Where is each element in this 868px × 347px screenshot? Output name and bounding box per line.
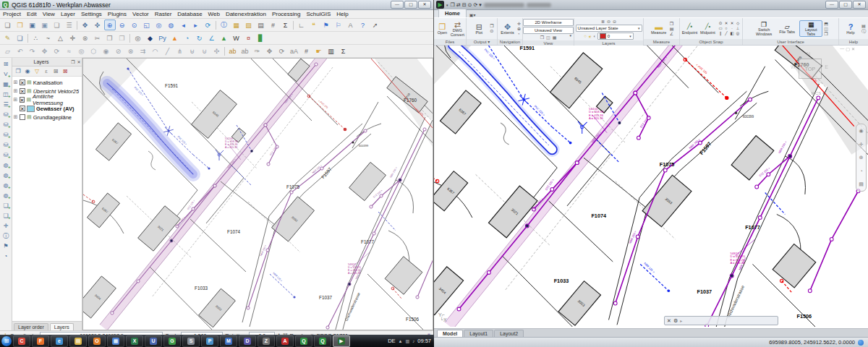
taskbar-dwg-trueview[interactable]: ▶ [333,335,350,347]
add-polygon-feature-icon[interactable]: △ [55,33,67,43]
tab-model[interactable]: Model [437,330,463,337]
georeferencer-tool-icon[interactable]: ◔ [1,251,11,261]
layers-mini-icons[interactable]: ≣⊜⊝ [601,19,616,24]
trueview-drawing-canvas[interactable]: 6545654263676367302130933003340460039951… [434,46,868,328]
add-vector-layer-icon[interactable]: V+ [1,69,11,79]
sun-icon[interactable]: ☀ [588,34,592,39]
layer-item[interactable]: ✕Gewässer (AV) [13,104,82,113]
rotate-feature-icon[interactable]: ⟳ [51,46,63,56]
zoom-last-icon[interactable]: ◂ [178,20,190,30]
ribbon-options-icon[interactable]: ▣▾ [469,12,476,17]
taskbar-media-player[interactable]: M [220,335,237,347]
redo-icon[interactable]: ↷ [27,46,38,56]
menu-processing[interactable]: Processing [269,11,304,17]
merge-attributes-icon[interactable]: ⊍ [199,46,210,56]
taskbar-app-window[interactable]: ▦ [107,335,124,347]
vertex-tool-icon[interactable]: ✛ [67,33,79,43]
taskbar-qgis-desktop[interactable]: Q [295,335,312,347]
expander-icon[interactable]: ⊞ [13,80,18,85]
layout-tabs-button[interactable]: ▦ Layout Tabs [799,20,822,37]
taskbar-openoffice[interactable]: O [88,335,106,347]
add-spatialite-layer-icon[interactable]: ⛁+ [1,119,11,129]
clock[interactable]: 09:57 [417,338,431,344]
panel-tab-layers[interactable]: Layers [50,323,74,330]
layout-manager-icon[interactable]: ☰ [64,20,75,30]
reshape-features-icon[interactable]: ◠ [150,46,161,56]
add-virtual-layer-icon[interactable]: ⛁+ [1,150,11,160]
rotate-label-icon[interactable]: ⟳ [276,46,288,56]
layer-checkbox[interactable]: ✕ [20,106,25,111]
chart-plugin-icon[interactable]: ▊ [255,33,267,43]
showmotion-icon[interactable]: ▤ [859,181,864,187]
volume-icon[interactable]: ♪ [412,339,414,343]
quickmap-services-icon[interactable]: ◆ [145,33,156,43]
close-button[interactable]: ✕ [418,1,431,9]
layout-columns-icon[interactable]: ▥ [326,46,337,56]
menu-database[interactable]: Database [174,11,205,17]
split-parts-icon[interactable]: ⋔ [174,46,186,56]
zoom-next-icon[interactable]: ▸ [190,20,202,30]
open-button[interactable]: ❒ Open [435,22,449,35]
navwheel-icon[interactable]: ◉ [859,128,863,134]
endpoint-snap-button[interactable]: ╱▪ Endpoint [681,22,698,35]
new-geopackage-layer-icon[interactable]: ❏+ [1,200,11,210]
add-point-feature-icon[interactable]: ∴ [30,33,42,43]
taskbar-photo-viewer[interactable]: P [201,335,218,347]
delete-selected-icon[interactable]: ⊗ [80,33,91,43]
new-print-layout-icon[interactable]: ❏ [51,20,63,30]
add-wms-layer-icon[interactable]: ◍+ [1,160,11,170]
close-command-icon[interactable]: ✕ [667,318,671,324]
zoom-in-icon[interactable]: ⊕ [104,20,116,30]
help-button[interactable]: ? Help [841,22,860,35]
new-shapefile-layer-icon[interactable]: ❏+ [1,210,11,220]
show-bookmarks-icon[interactable]: ⚐ [333,20,344,30]
minimize-button[interactable]: — [391,1,404,9]
zoom-to-layer-icon[interactable]: ◍ [166,20,177,30]
help-mini-icons[interactable]: ▤ⓘ [861,24,866,33]
tab-home[interactable]: Home [438,9,467,17]
layer-labeling-icon[interactable]: ab [227,46,239,56]
language-indicator[interactable]: DE [388,338,395,344]
menu-help[interactable]: Help [333,11,351,17]
panel-tab-layer-order[interactable]: Layer order [14,323,48,330]
split-features-icon[interactable]: ╱ [162,46,174,56]
pan-icon[interactable]: ✛ [859,142,864,147]
layer-item[interactable]: ⊞✕▤Kanalisation [13,78,82,87]
offset-curve-icon[interactable]: ⇉ [137,46,149,56]
menu-project[interactable]: Project [0,11,24,17]
menu-edit[interactable]: Edit [24,11,40,17]
add-line-feature-icon[interactable]: ~ [43,33,54,43]
fill-ring-icon[interactable]: ◉ [101,46,112,56]
profile-tool-icon[interactable]: ▲ [218,33,230,43]
wikipedia-plugin-icon[interactable]: W [231,33,242,43]
move-label-icon[interactable]: ✥ [264,46,276,56]
wcs-dropdown[interactable]: WCS ▾ [811,90,825,95]
orbit-icon[interactable]: ◔ [859,168,862,174]
output-mini-icons[interactable]: ❒⊙ [490,24,493,33]
move-feature-icon[interactable]: ✥ [39,46,51,56]
map-tips-icon[interactable]: ❝ [308,20,320,30]
field-calculator-icon[interactable]: # [268,20,279,30]
refresh-map-icon[interactable]: ⟳ [203,20,214,30]
deselect-features-icon[interactable]: ▧ [243,20,255,30]
open-layer-styling-panel-icon[interactable]: ❐ [14,68,22,74]
vertex-editor-icon[interactable]: ✣ [211,46,223,56]
tools-icon[interactable]: ⚙ [673,318,678,324]
cut-features-icon[interactable]: ✂ [92,33,103,43]
taskbar-chrome[interactable]: C [13,335,30,347]
menu-vector[interactable]: Vector [129,11,152,17]
taskbar-firefox[interactable]: F [32,335,49,347]
tray-expand-icon[interactable]: ▲ [399,339,403,343]
snapping-grid-icon[interactable]: # [301,46,312,56]
statistics-tool-icon[interactable]: Σ [338,46,349,56]
maximize-button[interactable]: ▢ [404,1,417,9]
panel-float-icon[interactable]: ❐ [70,59,76,64]
add-part-icon[interactable]: ⬡ [88,46,100,56]
filter-by-expression-icon[interactable]: ε [42,68,51,74]
layer-state-dropdown[interactable]: Unsaved Layer State▾ [576,25,642,32]
layer-checkbox[interactable]: ✕ [20,88,25,94]
new-project-icon[interactable]: ❏ [2,20,14,30]
add-ring-icon[interactable]: ◎ [76,46,88,56]
snap-grid-icons[interactable]: ⊙✕✕◇ ▭○∙⊥ ∥╱◧◎ [718,21,741,36]
layer-item[interactable]: ⊞✕▤Amtliche Vermessung [13,95,82,104]
